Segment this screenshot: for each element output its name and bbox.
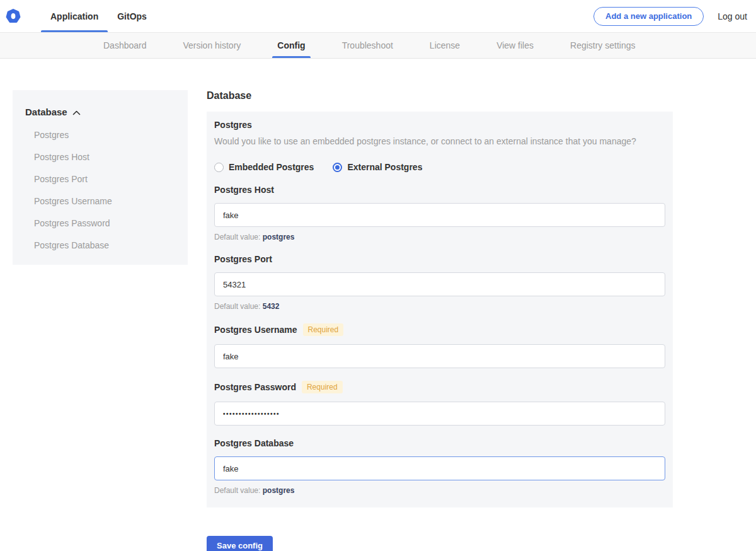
- postgres-password-input[interactable]: [214, 402, 665, 426]
- config-main: Database Postgres Would you like to use …: [207, 90, 673, 551]
- default-prefix: Default value:: [214, 486, 260, 495]
- field-label-postgres-password: Postgres Password: [214, 382, 296, 392]
- save-row: Save config: [207, 536, 673, 551]
- radio-external-label: External Postgres: [347, 162, 422, 172]
- field-label-postgres-database: Postgres Database: [214, 438, 294, 448]
- subnav-view-files-label: View files: [496, 40, 534, 50]
- tab-application[interactable]: Application: [41, 0, 108, 32]
- sidebar-item-postgres-username[interactable]: Postgres Username: [25, 197, 175, 206]
- subnav-item-troubleshoot[interactable]: Troubleshoot: [332, 33, 403, 58]
- database-config-panel: Postgres Would you like to use an embedd…: [207, 112, 673, 508]
- field-postgres-username: Postgres Username Required: [214, 323, 665, 368]
- radio-external-postgres[interactable]: External Postgres: [333, 162, 422, 172]
- postgres-database-input[interactable]: [214, 456, 665, 480]
- tab-application-label: Application: [50, 11, 98, 21]
- save-config-button[interactable]: Save config: [207, 536, 273, 551]
- sidebar-item-postgres-password[interactable]: Postgres Password: [25, 219, 175, 228]
- field-label-postgres-host: Postgres Host: [214, 185, 274, 195]
- default-value: 5432: [263, 302, 280, 311]
- field-label-postgres-port: Postgres Port: [214, 254, 272, 264]
- postgres-host-default-hint: Default value: postgres: [214, 233, 665, 241]
- default-value: postgres: [263, 233, 295, 241]
- required-badge: Required: [302, 381, 343, 393]
- radio-embedded-postgres[interactable]: Embedded Postgres: [214, 162, 314, 172]
- postgres-port-input[interactable]: [214, 272, 665, 296]
- required-badge: Required: [303, 323, 344, 336]
- logout-link[interactable]: Log out: [718, 11, 747, 21]
- app-subnav: Dashboard Version history Config Trouble…: [0, 33, 756, 59]
- default-value: postgres: [263, 486, 295, 495]
- config-sidebar: Database Postgres Postgres Host Postgres…: [13, 90, 188, 265]
- sidebar-item-postgres-database[interactable]: Postgres Database: [25, 241, 175, 250]
- field-postgres-password: Postgres Password Required: [214, 381, 665, 426]
- postgres-type-radio-group: Embedded Postgres External Postgres: [214, 162, 665, 172]
- subnav-config-label: Config: [277, 40, 305, 50]
- subnav-version-history-label: Version history: [183, 40, 241, 50]
- subnav-dashboard-label: Dashboard: [103, 40, 147, 50]
- sidebar-group-database[interactable]: Database: [25, 107, 175, 117]
- page-title: Database: [207, 90, 673, 102]
- radio-embedded-label: Embedded Postgres: [229, 162, 314, 172]
- subnav-registry-settings-label: Registry settings: [570, 40, 635, 50]
- postgres-username-input[interactable]: [214, 344, 665, 368]
- subnav-item-view-files[interactable]: View files: [486, 33, 544, 58]
- default-prefix: Default value:: [214, 302, 260, 311]
- field-postgres-database: Postgres Database Default value: postgre…: [214, 438, 665, 495]
- subnav-item-config[interactable]: Config: [267, 33, 315, 58]
- default-prefix: Default value:: [214, 233, 260, 241]
- field-postgres-host: Postgres Host Default value: postgres: [214, 185, 665, 241]
- field-label-postgres-username: Postgres Username: [214, 325, 297, 335]
- sidebar-item-postgres-host[interactable]: Postgres Host: [25, 153, 175, 161]
- add-application-button[interactable]: Add a new application: [593, 7, 704, 26]
- header-tabs: Application GitOps: [41, 0, 156, 32]
- content-area: Database Postgres Postgres Host Postgres…: [0, 59, 756, 551]
- radio-unchecked-icon[interactable]: [214, 163, 224, 172]
- sidebar-item-postgres[interactable]: Postgres: [25, 130, 175, 139]
- app-header: Application GitOps Add a new application…: [0, 0, 756, 33]
- sidebar-item-postgres-port[interactable]: Postgres Port: [25, 175, 175, 183]
- group-help-text: Would you like to use an embedded postgr…: [214, 136, 665, 147]
- subnav-license-label: License: [430, 40, 460, 50]
- replicated-logo-icon: [6, 9, 21, 24]
- header-right: Add a new application Log out: [593, 7, 756, 26]
- group-label-postgres: Postgres: [214, 120, 665, 130]
- chevron-up-icon: [72, 110, 81, 115]
- subnav-troubleshoot-label: Troubleshoot: [342, 40, 393, 50]
- subnav-item-registry-settings[interactable]: Registry settings: [560, 33, 645, 58]
- postgres-port-default-hint: Default value: 5432: [214, 302, 665, 311]
- radio-checked-icon[interactable]: [333, 163, 342, 172]
- sidebar-group-label: Database: [25, 107, 67, 117]
- field-postgres-port: Postgres Port Default value: 5432: [214, 254, 665, 311]
- postgres-host-input[interactable]: [214, 203, 665, 227]
- sidebar-item-list: Postgres Postgres Host Postgres Port Pos…: [25, 130, 175, 250]
- subnav-item-dashboard[interactable]: Dashboard: [93, 33, 157, 58]
- subnav-item-version-history[interactable]: Version history: [173, 33, 251, 58]
- subnav-item-license[interactable]: License: [420, 33, 470, 58]
- postgres-database-default-hint: Default value: postgres: [214, 486, 665, 495]
- tab-gitops[interactable]: GitOps: [108, 0, 156, 32]
- tab-gitops-label: GitOps: [117, 11, 147, 21]
